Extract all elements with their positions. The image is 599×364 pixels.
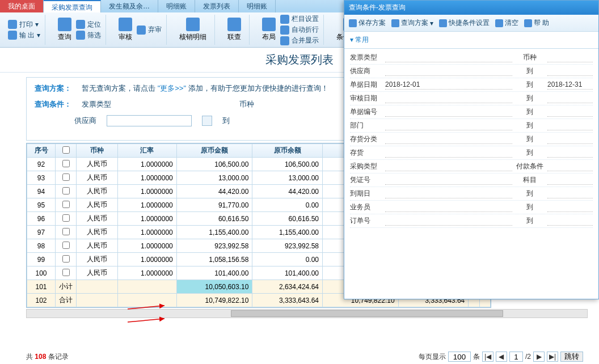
field-input2[interactable] [547,162,593,171]
field-input[interactable] [385,162,512,171]
field-input[interactable] [385,189,512,198]
field-input[interactable] [385,108,512,117]
check-icon [119,18,132,31]
field-label: 单据日期 [350,80,382,90]
field-label2: 到 [516,121,544,130]
h-scrollbar[interactable] [26,309,588,318]
col-header[interactable]: 汇率 [117,144,176,158]
quick-cond-button[interactable]: 快捷条件设置 [439,18,490,28]
autowrap-button[interactable]: 自动折行 [280,25,319,35]
tab-balance[interactable]: 发生额及余… [101,0,158,12]
field-input[interactable]: 2018-12-01 [385,81,512,90]
column-settings-button[interactable]: 栏目设置 [280,14,319,24]
filter-button[interactable]: 筛选 [76,31,101,40]
export-button[interactable]: 输 出 ▾ [8,31,40,40]
jump-button[interactable]: 跳转 [560,352,583,362]
row-checkbox[interactable] [62,160,70,167]
field-label2: 到 [516,94,544,103]
next-page-button[interactable]: ▶ [533,352,545,362]
page-input[interactable] [509,352,523,362]
field-input2[interactable] [547,108,593,117]
field-input2[interactable] [547,121,593,130]
field-input2[interactable] [547,53,593,62]
field-label2: 到 [516,107,544,117]
layout-icon [262,18,276,31]
field-input[interactable] [385,53,512,62]
col-header[interactable]: 原币金额 [176,144,252,158]
field-input2[interactable] [547,149,593,158]
field-input[interactable] [385,176,512,185]
dialog-field-row: 凭证号 科目 [350,173,593,187]
field-input2[interactable]: 2018-12-31 [547,81,593,90]
filter-icon [76,31,85,40]
clear-button[interactable]: 清空 [495,18,518,28]
field-input2[interactable] [547,203,593,212]
query-plan-hint: 暂无查询方案，请点击 "更多>>" 添加，有助于您更加方便快捷的进行查询！ [82,83,328,94]
select-all-checkbox[interactable] [62,146,70,154]
row-checkbox[interactable] [62,242,70,249]
first-page-button[interactable]: |◀ [482,352,493,362]
row-checkbox[interactable] [62,269,70,276]
field-label2: 到 [516,202,544,212]
locate-button[interactable]: 定位 [76,20,101,29]
row-checkbox[interactable] [62,214,70,222]
field-input[interactable] [385,135,512,144]
merge-display-button[interactable]: 合并显示 [280,36,319,45]
field-input2[interactable] [547,217,593,226]
perpage-input[interactable] [448,352,471,362]
tab-detail-ledger[interactable]: 明细账 [158,0,195,12]
field-input2[interactable] [547,189,593,198]
field-input2[interactable] [547,176,593,185]
layout-button[interactable]: 布局 [259,18,279,42]
field-input[interactable] [385,217,512,226]
field-input2[interactable] [547,67,593,76]
field-input2[interactable] [547,94,593,103]
link-button[interactable]: 联查 [224,18,244,42]
row-checkbox[interactable] [62,201,70,208]
save-plan-button[interactable]: 保存方案 [349,18,386,28]
dialog-field-row: 审核日期 到 [350,92,593,105]
uncheck-icon [137,26,146,35]
field-input[interactable] [385,203,512,212]
reaudit-button[interactable]: 弃审 [137,25,162,35]
clear-icon [495,19,503,27]
col-header[interactable]: 原币余额 [252,144,323,158]
audit-button[interactable]: 审核 [115,18,136,42]
field-label: 供应商 [350,66,382,76]
field-input[interactable] [385,121,512,130]
help-button[interactable]: 帮 助 [524,18,549,28]
col-header[interactable] [56,144,77,158]
col-header[interactable]: 序号 [27,144,56,158]
page-total: /2 [525,353,531,361]
field-input[interactable] [385,94,512,103]
print-button[interactable]: 打印 ▾ [8,20,40,29]
pager: 每页显示 条 |◀ ◀ /2 ▶ ▶| 跳转 [419,352,583,362]
row-checkbox[interactable] [62,173,70,181]
query-button[interactable]: 查询 [54,18,75,42]
search-icon [58,18,71,31]
tab-invoice-query[interactable]: 采购发票查询 [44,0,101,12]
field-input[interactable] [385,67,512,76]
field-label: 存货分类 [350,134,382,144]
dialog-field-row: 存货分类 到 [350,133,593,146]
print-icon [8,20,17,29]
prev-page-button[interactable]: ◀ [496,352,507,362]
col-header[interactable]: 币种 [77,144,118,158]
field-input[interactable] [385,149,512,158]
row-checkbox[interactable] [62,187,70,194]
last-page-button[interactable]: ▶| [547,352,558,362]
writeoff-detail-button[interactable]: 核销明细 [176,18,210,42]
row-checkbox[interactable] [62,228,70,235]
supplier-lookup-icon[interactable] [202,116,212,126]
detail-icon [186,18,200,31]
row-checkbox[interactable] [62,255,70,263]
tab-desktop[interactable]: 我的桌面 [0,0,44,12]
link-icon [227,18,241,31]
field-input2[interactable] [547,135,593,144]
query-plan-button[interactable]: 查询方案 ▾ [391,18,433,28]
tab-detail-ledger2[interactable]: 明细账 [239,0,276,12]
tab-invoice-list[interactable]: 发票列表 [195,0,239,12]
field-label2: 到 [516,66,544,76]
supplier-input[interactable] [107,115,192,126]
dialog-section-common[interactable]: 常用 [344,32,598,49]
